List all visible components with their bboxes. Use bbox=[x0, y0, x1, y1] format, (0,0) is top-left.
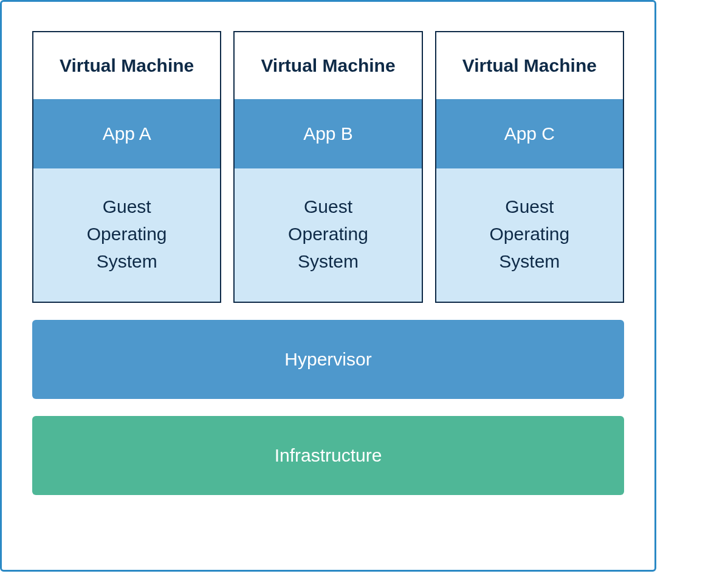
vm-app-label: App C bbox=[436, 99, 623, 168]
vm-box-a: Virtual Machine App A Guest Operating Sy… bbox=[32, 31, 221, 303]
vm-box-b: Virtual Machine App B Guest Operating Sy… bbox=[233, 31, 422, 303]
vm-guest-os: Guest Operating System bbox=[235, 168, 421, 302]
vm-guest-os: Guest Operating System bbox=[33, 168, 220, 302]
vm-title: Virtual Machine bbox=[436, 32, 623, 99]
hypervisor-layer: Hypervisor bbox=[32, 320, 624, 399]
vms-row: Virtual Machine App A Guest Operating Sy… bbox=[32, 31, 624, 303]
guest-os-line: System bbox=[442, 248, 617, 275]
vm-title: Virtual Machine bbox=[33, 32, 220, 99]
guest-os-line: Guest bbox=[442, 193, 617, 220]
vm-title: Virtual Machine bbox=[235, 32, 421, 99]
vm-app-label: App A bbox=[33, 99, 220, 168]
vm-architecture-diagram: Virtual Machine App A Guest Operating Sy… bbox=[0, 0, 656, 572]
vm-app-label: App B bbox=[235, 99, 421, 168]
infrastructure-layer: Infrastructure bbox=[32, 416, 624, 495]
vm-guest-os: Guest Operating System bbox=[436, 168, 623, 302]
guest-os-line: Operating bbox=[442, 220, 617, 248]
guest-os-line: System bbox=[241, 248, 415, 275]
guest-os-line: Operating bbox=[241, 220, 415, 248]
vm-box-c: Virtual Machine App C Guest Operating Sy… bbox=[435, 31, 624, 303]
guest-os-line: Guest bbox=[241, 193, 415, 220]
guest-os-line: Guest bbox=[39, 193, 214, 220]
guest-os-line: Operating bbox=[39, 220, 214, 248]
guest-os-line: System bbox=[39, 248, 214, 275]
